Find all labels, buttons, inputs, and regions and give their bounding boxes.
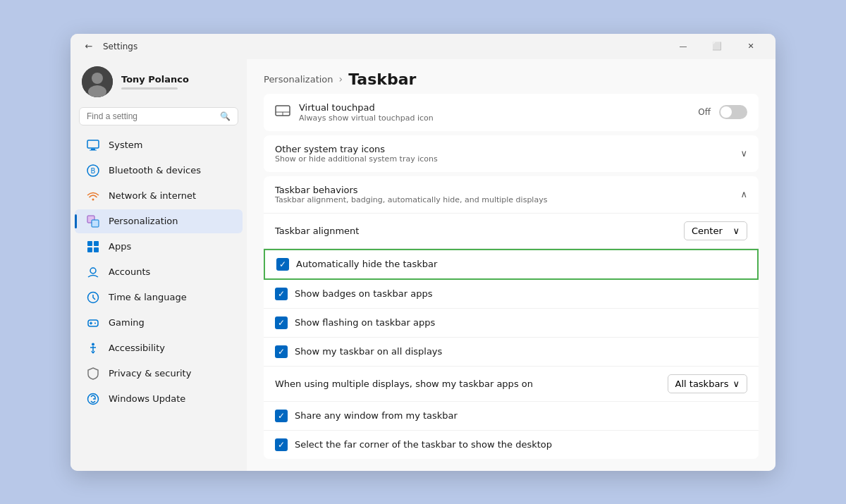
sidebar-item-personalization[interactable]: Personalization bbox=[75, 209, 243, 233]
far-corner-row: ✓ Select the far corner of the taskbar t… bbox=[264, 431, 759, 459]
sidebar-item-gaming[interactable]: Gaming bbox=[75, 311, 243, 335]
sidebar-item-label-privacy: Privacy & security bbox=[109, 368, 191, 379]
minimize-button[interactable]: — bbox=[667, 34, 699, 59]
auto-hide-row: ✓ Automatically hide the taskbar bbox=[265, 250, 757, 278]
show-badges-row: ✓ Show badges on taskbar apps bbox=[264, 280, 759, 309]
sidebar-item-time[interactable]: Time & language bbox=[75, 285, 243, 309]
page-header: Personalization › Taskbar bbox=[247, 59, 776, 94]
sidebar-item-privacy[interactable]: Privacy & security bbox=[75, 362, 243, 386]
apps-icon bbox=[86, 240, 100, 254]
alignment-label: Taskbar alignment bbox=[275, 226, 359, 236]
sidebar-item-update[interactable]: Windows Update bbox=[75, 387, 243, 411]
search-input[interactable] bbox=[87, 111, 214, 121]
breadcrumb-current: Taskbar bbox=[348, 70, 416, 88]
multi-display-dropdown[interactable]: All taskbars ∨ bbox=[668, 374, 747, 393]
behaviors-title: Taskbar behaviors bbox=[275, 185, 547, 195]
settings-window: ← Settings — ⬜ ✕ Tony Polanco 🔍 bbox=[70, 34, 776, 471]
other-tray-section[interactable]: Other system tray icons Show or hide add… bbox=[264, 135, 759, 172]
share-window-checkbox[interactable]: ✓ bbox=[275, 410, 288, 422]
search-icon: 🔍 bbox=[220, 111, 231, 121]
other-tray-text: Other system tray icons Show or hide add… bbox=[275, 144, 438, 164]
sidebar-item-system[interactable]: System bbox=[75, 133, 243, 157]
far-corner-checkbox[interactable]: ✓ bbox=[275, 438, 288, 451]
sidebar-item-label-time: Time & language bbox=[109, 292, 187, 302]
accounts-icon bbox=[86, 265, 100, 279]
sidebar-item-label-apps: Apps bbox=[109, 241, 131, 252]
virtual-touchpad-row: Virtual touchpad Always show virtual tou… bbox=[264, 94, 759, 131]
virtual-touchpad-toggle-label: Off bbox=[698, 107, 711, 117]
window-controls: — ⬜ ✕ bbox=[667, 34, 767, 59]
close-button[interactable]: ✕ bbox=[735, 34, 767, 59]
svg-rect-5 bbox=[90, 149, 97, 150]
multi-display-row: When using multiple displays, show my ta… bbox=[264, 367, 759, 402]
time-icon bbox=[86, 290, 100, 305]
badges-check-icon: ✓ bbox=[278, 289, 285, 299]
auto-hide-check-icon: ✓ bbox=[279, 259, 286, 269]
share-window-row: ✓ Share any window from my taskbar bbox=[264, 402, 759, 431]
avatar bbox=[82, 66, 113, 97]
behaviors-header: Taskbar behaviors Taskbar alignment, bad… bbox=[264, 176, 759, 214]
far-corner-label: Select the far corner of the taskbar to … bbox=[295, 439, 552, 450]
svg-point-21 bbox=[92, 343, 94, 345]
svg-rect-3 bbox=[87, 140, 99, 148]
sidebar-item-label-personalization: Personalization bbox=[109, 216, 178, 226]
behaviors-subtitle: Taskbar alignment, badging, automaticall… bbox=[275, 195, 547, 204]
settings-area: Virtual touchpad Always show virtual tou… bbox=[247, 94, 776, 471]
other-tray-title: Other system tray icons bbox=[275, 144, 438, 154]
back-button[interactable]: ← bbox=[79, 37, 99, 56]
show-badges-label: Show badges on taskbar apps bbox=[295, 288, 432, 299]
show-flashing-checkbox[interactable]: ✓ bbox=[275, 316, 288, 329]
svg-rect-14 bbox=[94, 247, 99, 252]
sidebar-item-accessibility[interactable]: Accessibility bbox=[75, 336, 243, 360]
search-box[interactable]: 🔍 bbox=[79, 107, 238, 125]
virtual-touchpad-left: Virtual touchpad Always show virtual tou… bbox=[275, 102, 698, 123]
share-window-check-icon: ✓ bbox=[278, 411, 285, 421]
virtual-touchpad-text: Virtual touchpad Always show virtual tou… bbox=[299, 102, 434, 123]
footer-section: ? Get help Give feedback bbox=[264, 463, 759, 471]
sidebar-item-accounts[interactable]: Accounts bbox=[75, 260, 243, 284]
taskbar-behaviors-section: Taskbar behaviors Taskbar alignment, bad… bbox=[264, 176, 759, 459]
behaviors-header-text: Taskbar behaviors Taskbar alignment, bad… bbox=[275, 185, 547, 204]
privacy-icon bbox=[86, 367, 100, 381]
share-window-label: Share any window from my taskbar bbox=[295, 410, 458, 421]
window-title: Settings bbox=[103, 42, 667, 51]
update-icon bbox=[86, 392, 100, 406]
titlebar: ← Settings — ⬜ ✕ bbox=[70, 34, 776, 59]
svg-rect-12 bbox=[94, 241, 99, 246]
sidebar-item-label-gaming: Gaming bbox=[109, 317, 145, 328]
all-displays-checkbox[interactable]: ✓ bbox=[275, 345, 288, 358]
show-badges-checkbox[interactable]: ✓ bbox=[275, 288, 288, 300]
sidebar-item-label-system: System bbox=[109, 140, 142, 150]
user-bar-decoration bbox=[121, 87, 178, 90]
all-displays-check-icon: ✓ bbox=[278, 347, 285, 357]
virtual-touchpad-group: Virtual touchpad Always show virtual tou… bbox=[264, 94, 759, 131]
other-tray-chevron: ∨ bbox=[740, 148, 747, 159]
main-content: Tony Polanco 🔍 System B Bluetooth & d bbox=[70, 59, 776, 471]
sidebar-item-label-update: Windows Update bbox=[109, 393, 185, 404]
auto-hide-checkbox[interactable]: ✓ bbox=[276, 258, 289, 271]
auto-hide-label: Automatically hide the taskbar bbox=[296, 259, 437, 269]
personalization-icon bbox=[86, 214, 100, 228]
multi-display-label: When using multiple displays, show my ta… bbox=[275, 379, 533, 389]
sidebar-item-bluetooth[interactable]: B Bluetooth & devices bbox=[75, 159, 243, 183]
flashing-check-icon: ✓ bbox=[278, 318, 285, 328]
svg-rect-11 bbox=[87, 241, 92, 246]
virtual-touchpad-desc: Always show virtual touchpad icon bbox=[299, 113, 434, 123]
alignment-value: Center bbox=[692, 226, 723, 236]
alignment-dropdown[interactable]: Center ∨ bbox=[684, 221, 747, 240]
system-icon bbox=[86, 138, 100, 152]
virtual-touchpad-toggle[interactable] bbox=[719, 105, 747, 119]
show-flashing-label: Show flashing on taskbar apps bbox=[295, 317, 435, 328]
all-displays-row: ✓ Show my taskbar on all displays bbox=[264, 338, 759, 367]
all-displays-label: Show my taskbar on all displays bbox=[295, 346, 442, 357]
other-tray-subtitle: Show or hide additional system tray icon… bbox=[275, 154, 438, 164]
sidebar-item-label-bluetooth: Bluetooth & devices bbox=[109, 165, 201, 176]
auto-hide-row-highlighted: ✓ Automatically hide the taskbar bbox=[264, 249, 759, 280]
breadcrumb: Personalization › Taskbar bbox=[264, 70, 759, 88]
user-section: Tony Polanco bbox=[70, 59, 247, 107]
user-info: Tony Polanco bbox=[121, 74, 189, 90]
maximize-button[interactable]: ⬜ bbox=[701, 34, 733, 59]
sidebar-item-label-accounts: Accounts bbox=[109, 266, 150, 277]
sidebar-item-apps[interactable]: Apps bbox=[75, 235, 243, 259]
sidebar-item-network[interactable]: Network & internet bbox=[75, 184, 243, 208]
